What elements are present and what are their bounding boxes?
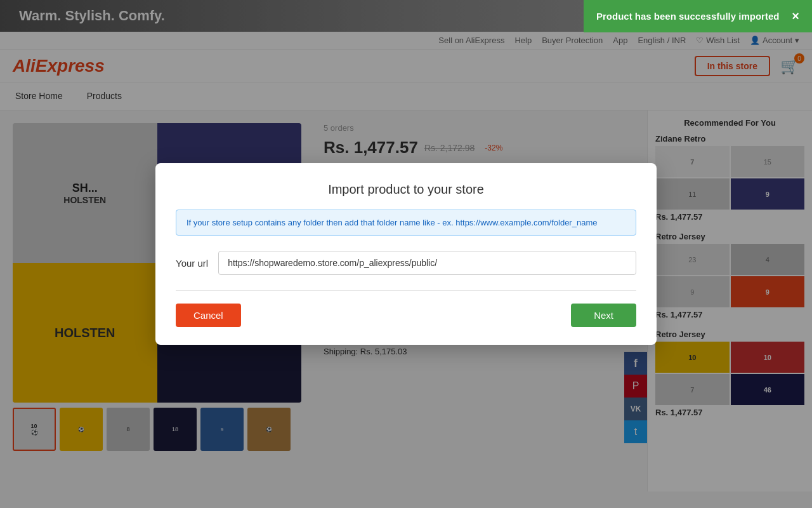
cancel-button[interactable]: Cancel — [176, 304, 241, 327]
modal-actions: Cancel Next — [176, 304, 636, 327]
modal: Import product to your store If your sto… — [155, 163, 657, 345]
modal-overlay: Import product to your store If your sto… — [0, 0, 812, 508]
close-notification-button[interactable]: × — [792, 9, 799, 23]
success-message: Product has been successfully imported — [596, 11, 779, 22]
modal-title: Import product to your store — [176, 182, 636, 197]
success-notification: Product has been successfully imported × — [584, 0, 812, 32]
modal-info-box: If your store setup contains any folder … — [176, 210, 636, 236]
modal-url-row: Your url — [176, 251, 636, 275]
next-button[interactable]: Next — [571, 304, 636, 327]
modal-divider — [176, 290, 636, 291]
modal-url-input[interactable] — [218, 251, 636, 275]
modal-url-label: Your url — [176, 258, 208, 269]
